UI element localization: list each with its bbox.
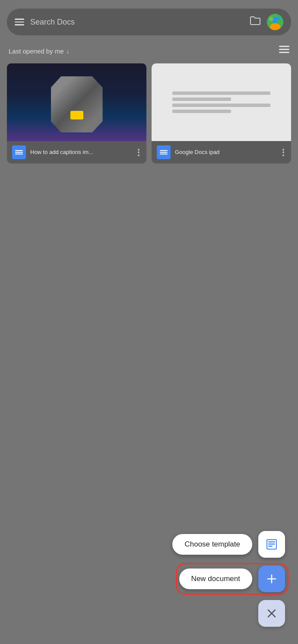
new-document-label[interactable]: New document — [179, 569, 252, 589]
choose-template-row: Choose template — [172, 531, 285, 558]
doc-more-button[interactable] — [281, 147, 286, 158]
header: Search Docs — [7, 9, 291, 35]
sort-label-text: Last opened by me — [9, 47, 64, 55]
new-document-row-wrapper: New document — [179, 565, 285, 592]
svg-point-4 — [277, 16, 281, 20]
doc-type-icon — [12, 145, 26, 159]
svg-rect-7 — [279, 52, 289, 53]
svg-rect-6 — [279, 49, 289, 50]
svg-rect-10 — [268, 543, 275, 545]
doc-more-button[interactable] — [136, 147, 141, 158]
fab-area: Choose template New document — [172, 531, 285, 627]
svg-point-3 — [269, 17, 273, 21]
document-card[interactable]: Google Docs ipad — [152, 63, 291, 163]
new-document-row: New document — [179, 565, 285, 592]
search-input[interactable]: Search Docs — [30, 18, 244, 27]
choose-template-label[interactable]: Choose template — [172, 534, 252, 555]
close-fab-button[interactable] — [258, 600, 285, 627]
document-card[interactable]: How to add captions im... — [7, 63, 146, 163]
list-view-icon[interactable] — [279, 46, 289, 57]
svg-rect-9 — [268, 541, 275, 543]
template-button[interactable] — [258, 531, 285, 558]
sort-arrow-icon: ↓ — [67, 48, 70, 55]
doc-info: How to add captions im... — [7, 141, 146, 163]
document-grid: How to add captions im... Google — [7, 63, 291, 163]
search-bar[interactable]: Search Docs — [7, 9, 291, 35]
svg-rect-5 — [279, 46, 289, 47]
folder-icon[interactable] — [250, 16, 261, 28]
sort-bar: Last opened by me ↓ — [9, 46, 289, 57]
avatar[interactable] — [267, 14, 283, 30]
hamburger-menu-icon[interactable] — [15, 19, 24, 25]
doc-info: Google Docs ipad — [152, 141, 291, 163]
new-document-button[interactable] — [258, 565, 285, 592]
doc-name: How to add captions im... — [30, 149, 132, 156]
svg-rect-11 — [268, 546, 273, 547]
doc-name: Google Docs ipad — [175, 149, 276, 156]
doc-thumbnail — [7, 63, 146, 141]
doc-thumbnail — [152, 63, 291, 141]
svg-point-2 — [270, 23, 280, 30]
doc-type-icon — [157, 145, 171, 159]
sort-dropdown[interactable]: Last opened by me ↓ — [9, 47, 70, 55]
